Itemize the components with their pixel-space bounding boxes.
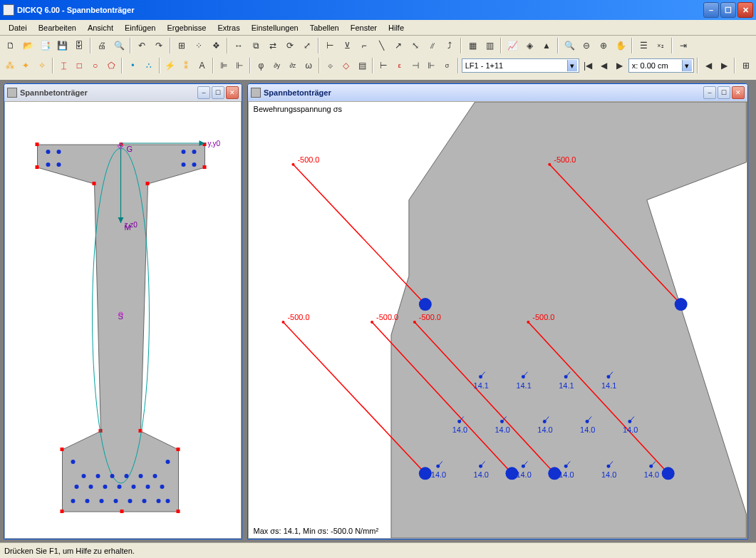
svg-text:14.0: 14.0: [452, 425, 467, 434]
menu-bearbeiten[interactable]: Bearbeiten: [33, 22, 82, 33]
close-button[interactable]: ✕: [737, 2, 753, 18]
child1-minimize-button[interactable]: –: [197, 86, 210, 99]
e3-icon[interactable]: ⊣: [408, 58, 423, 73]
omega-icon[interactable]: ω: [301, 58, 316, 73]
bolt1-icon[interactable]: ⚡: [163, 58, 177, 73]
child1-close-button[interactable]: ✕: [226, 86, 239, 99]
move-icon[interactable]: ↔: [231, 38, 247, 53]
res1-icon[interactable]: ⟐: [323, 58, 337, 73]
mesh-icon[interactable]: ▲: [539, 38, 554, 53]
menu-fenster[interactable]: Fenster: [345, 22, 383, 33]
first-icon[interactable]: |◀: [581, 58, 595, 73]
child2-maximize-button[interactable]: ☐: [718, 86, 730, 99]
e2-icon[interactable]: ε: [393, 58, 407, 73]
chevron-down-icon[interactable]: ▾: [682, 60, 692, 71]
menu-hilfe[interactable]: Hilfe: [383, 22, 410, 33]
end-icon[interactable]: ⇥: [675, 38, 691, 53]
dim4-icon[interactable]: ╲: [373, 38, 389, 53]
bolt3-icon[interactable]: A: [195, 58, 209, 73]
child1-maximize-button[interactable]: ☐: [212, 86, 224, 99]
dim1-icon[interactable]: ⊢: [322, 38, 338, 53]
child2-minimize-button[interactable]: –: [703, 86, 716, 99]
res2-icon[interactable]: ◇: [339, 58, 353, 73]
scale-icon[interactable]: ⤢: [299, 38, 315, 53]
circle-icon[interactable]: ○: [88, 58, 102, 73]
layer-icon[interactable]: ☰: [636, 38, 651, 53]
dot1-icon[interactable]: •: [125, 58, 140, 73]
new-icon[interactable]: 🗋: [3, 38, 19, 53]
zoom-in-icon[interactable]: 🔍: [561, 38, 577, 53]
maximize-button[interactable]: ☐: [720, 2, 736, 18]
ibeam-icon[interactable]: ⌶: [56, 58, 71, 73]
dim8-icon[interactable]: ⤴: [442, 38, 457, 53]
menu-einstellungen[interactable]: Einstellungen: [246, 22, 304, 33]
e1-icon[interactable]: ⊢: [376, 58, 390, 73]
menu-datei[interactable]: Datei: [3, 22, 33, 33]
saveall-icon[interactable]: 🗄: [71, 38, 87, 53]
table1-icon[interactable]: ▦: [465, 38, 480, 53]
left-icon[interactable]: ◀: [701, 58, 715, 73]
align1-icon[interactable]: ⊫: [217, 58, 231, 73]
dot2-icon[interactable]: ∴: [141, 58, 155, 73]
e4-icon[interactable]: ⊩: [424, 58, 438, 73]
s1-icon[interactable]: ⁂: [3, 58, 17, 73]
zoom-fit-icon[interactable]: ⊕: [596, 38, 611, 53]
dby-icon[interactable]: ∂y: [269, 58, 284, 73]
menu-ergebnisse[interactable]: Ergebnisse: [161, 22, 212, 33]
svg-text:14.0: 14.0: [431, 470, 446, 479]
3d-icon[interactable]: ◈: [522, 38, 537, 53]
phi-icon[interactable]: φ: [254, 58, 268, 73]
x2-icon[interactable]: ×₂: [653, 38, 668, 53]
dots-icon[interactable]: ⁘: [191, 38, 207, 53]
menu-einfuegen[interactable]: Einfügen: [119, 22, 161, 33]
mdi-area: Spannbetonträger – ☐ ✕: [0, 80, 756, 542]
tiles-icon[interactable]: ⊞: [738, 58, 752, 73]
chart-icon[interactable]: 📈: [504, 38, 520, 53]
child1-canvas[interactable]: y,y0 z,z0 G M S: [4, 101, 242, 539]
child2-canvas[interactable]: Bewehrungsspannung σs: [248, 101, 747, 539]
e5-icon[interactable]: σ: [440, 58, 454, 73]
menu-tabellen[interactable]: Tabellen: [304, 22, 345, 33]
align2-icon[interactable]: ⊩: [232, 58, 247, 73]
preview-icon[interactable]: 🔍: [111, 38, 127, 53]
next-icon[interactable]: ▶: [613, 58, 627, 73]
open-icon[interactable]: 📂: [20, 38, 36, 53]
zoom-out-icon[interactable]: ⊖: [579, 38, 594, 53]
redo-icon[interactable]: ↷: [151, 38, 167, 53]
loadcase-combo[interactable]: LF1 - 1+11 ▾: [462, 58, 579, 73]
menu-extras[interactable]: Extras: [212, 22, 245, 33]
copy-icon[interactable]: ⧉: [248, 38, 264, 53]
child2-titlebar[interactable]: Spannbetonträger – ☐ ✕: [248, 84, 747, 101]
dim6-icon[interactable]: ⤡: [408, 38, 423, 53]
grid-icon[interactable]: ⊞: [174, 38, 190, 53]
table2-icon[interactable]: ▥: [482, 38, 497, 53]
res3-icon[interactable]: ▤: [355, 58, 369, 73]
minimize-button[interactable]: –: [703, 2, 719, 18]
dim2-icon[interactable]: ⊻: [339, 38, 355, 53]
menu-ansicht[interactable]: Ansicht: [82, 22, 119, 33]
undo-icon[interactable]: ↶: [134, 38, 150, 53]
loadcase-value: LF1 - 1+11: [464, 61, 567, 70]
snap-icon[interactable]: ❖: [208, 38, 224, 53]
save-icon[interactable]: 💾: [54, 38, 70, 53]
mirror-icon[interactable]: ⇄: [265, 38, 281, 53]
rect-icon[interactable]: □: [72, 58, 86, 73]
s2-icon[interactable]: ✦: [19, 58, 33, 73]
poly-icon[interactable]: ⬠: [104, 58, 118, 73]
s3-icon[interactable]: ✧: [35, 58, 49, 73]
x-position-combo[interactable]: x: 0.00 cm ▾: [628, 58, 694, 73]
dim5-icon[interactable]: ↗: [390, 38, 406, 53]
dim3-icon[interactable]: ⌐: [356, 38, 372, 53]
dim7-icon[interactable]: ⫽: [425, 38, 440, 53]
file3-icon[interactable]: 📑: [37, 38, 53, 53]
right-icon[interactable]: ▶: [717, 58, 731, 73]
rotate-icon[interactable]: ⟳: [282, 38, 298, 53]
child2-close-button[interactable]: ✕: [732, 86, 745, 99]
print-icon[interactable]: 🖨: [94, 38, 110, 53]
zoom-pan-icon[interactable]: ✋: [613, 38, 628, 53]
bolt2-icon[interactable]: ⁑: [179, 58, 193, 73]
chevron-down-icon[interactable]: ▾: [567, 60, 577, 71]
dbz-icon[interactable]: ∂z: [286, 58, 300, 73]
prev-icon[interactable]: ◀: [596, 58, 611, 73]
child1-titlebar[interactable]: Spannbetonträger – ☐ ✕: [4, 84, 242, 101]
